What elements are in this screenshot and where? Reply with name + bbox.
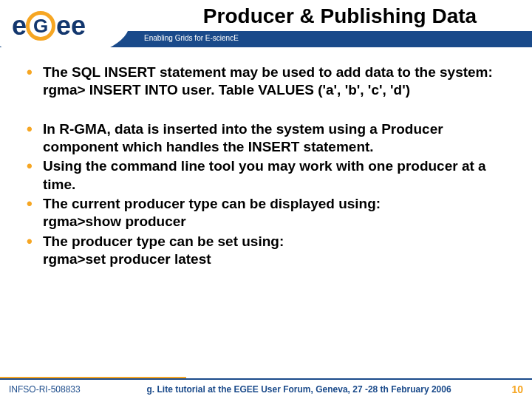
bullet-subline: rgma> INSERT INTO user. Table VALUES ('a… (43, 81, 516, 99)
bullet-item: The producer type can be set using: rgma… (25, 233, 516, 269)
bullet-list-2: In R-GMA, data is inserted into the syst… (25, 120, 516, 269)
slide-footer: INFSO-RI-508833 g. Lite tutorial at the … (0, 378, 532, 399)
bullet-text: The SQL INSERT statement may be used to … (43, 64, 493, 80)
slide-subtitle: Enabling Grids for E-sciencE (144, 34, 239, 42)
bullet-text: The current producer type can be display… (43, 196, 381, 211)
bullet-text: In R-GMA, data is inserted into the syst… (43, 121, 443, 154)
slide-title: Producer & Publishing Data (155, 4, 525, 28)
logo-area: e G e e (4, 0, 137, 50)
bullet-item: The current producer type can be display… (25, 195, 516, 231)
bullet-text: The producer type can be set using: (43, 233, 284, 249)
slide-header: e G e e Producer & Publishing Data Enabl… (0, 0, 532, 50)
footer-caption: g. Lite tutorial at the EGEE User Forum,… (95, 384, 503, 395)
bullet-item: In R-GMA, data is inserted into the syst… (25, 120, 516, 157)
bullet-list-1: The SQL INSERT statement may be used to … (25, 64, 516, 100)
page-number: 10 (511, 383, 523, 395)
footer-reference: INFSO-RI-508833 (9, 384, 81, 395)
slide-content: The SQL INSERT statement may be used to … (0, 50, 532, 268)
bullet-subline: rgma>set producer latest (43, 250, 516, 268)
egee-logo-icon: e G e e (12, 10, 84, 41)
bullet-item: Using the command line tool you may work… (25, 157, 516, 194)
bullet-subline: rgma>show producer (43, 213, 516, 231)
bullet-item: The SQL INSERT statement may be used to … (25, 64, 516, 100)
bullet-text: Using the command line tool you may work… (43, 158, 486, 191)
